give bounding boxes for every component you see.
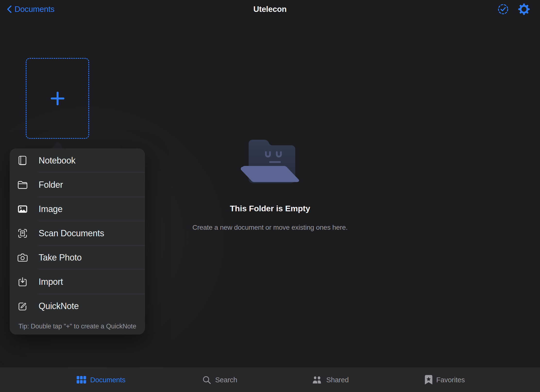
- menu-item-take-photo[interactable]: Take Photo: [10, 245, 145, 270]
- take-photo-icon: [17, 253, 28, 262]
- navbar-actions: [497, 0, 530, 18]
- tab-search[interactable]: Search: [202, 368, 237, 392]
- new-document-button[interactable]: [26, 58, 89, 139]
- popover-arrow: [50, 141, 66, 148]
- navigation-bar: Documents Utelecon: [0, 0, 540, 18]
- menu-item-label: QuickNote: [39, 301, 79, 311]
- menu-item-label: Folder: [39, 180, 63, 190]
- tab-documents[interactable]: Documents: [77, 368, 126, 392]
- select-button[interactable]: [497, 3, 509, 16]
- shared-people-icon: [312, 376, 322, 384]
- import-icon: [17, 277, 28, 287]
- menu-item-label: Notebook: [39, 155, 76, 166]
- menu-tip-text: Tip: Double tap "+" to create a QuickNot…: [10, 318, 145, 335]
- select-checkmark-icon: [497, 3, 509, 15]
- settings-button[interactable]: [518, 3, 530, 16]
- menu-item-import[interactable]: Import: [10, 270, 145, 294]
- tab-shared[interactable]: Shared: [312, 368, 349, 392]
- page-title: Utelecon: [0, 0, 540, 18]
- notebook-icon: [17, 155, 28, 166]
- menu-item-scan-documents[interactable]: Scan Documents: [10, 221, 145, 245]
- scan-documents-icon: [17, 229, 28, 238]
- menu-item-folder[interactable]: Folder: [10, 173, 145, 197]
- empty-folder-illustration: [238, 138, 302, 183]
- menu-item-label: Import: [39, 277, 63, 287]
- image-icon: [17, 205, 28, 213]
- favorites-bookmark-icon: [425, 375, 432, 385]
- menu-item-notebook[interactable]: Notebook: [10, 148, 145, 172]
- menu-item-image[interactable]: Image: [10, 197, 145, 221]
- plus-icon: [50, 91, 65, 106]
- quicknote-icon: [17, 301, 28, 311]
- new-document-menu: Notebook Folder Image: [10, 148, 145, 335]
- tab-bar: Documents Search Shared: [0, 368, 540, 392]
- tab-label: Documents: [90, 376, 126, 384]
- tab-label: Shared: [326, 376, 349, 384]
- menu-item-label: Take Photo: [39, 253, 82, 263]
- settings-gear-icon: [518, 3, 530, 15]
- documents-grid-icon: [77, 376, 86, 384]
- folder-icon: [17, 180, 28, 189]
- menu-item-label: Image: [39, 204, 63, 214]
- tab-label: Favorites: [436, 376, 465, 384]
- search-icon: [202, 376, 211, 384]
- menu-item-quicknote[interactable]: QuickNote: [10, 294, 145, 318]
- tab-label: Search: [215, 376, 237, 384]
- menu-item-label: Scan Documents: [39, 228, 104, 238]
- tab-favorites[interactable]: Favorites: [425, 368, 465, 392]
